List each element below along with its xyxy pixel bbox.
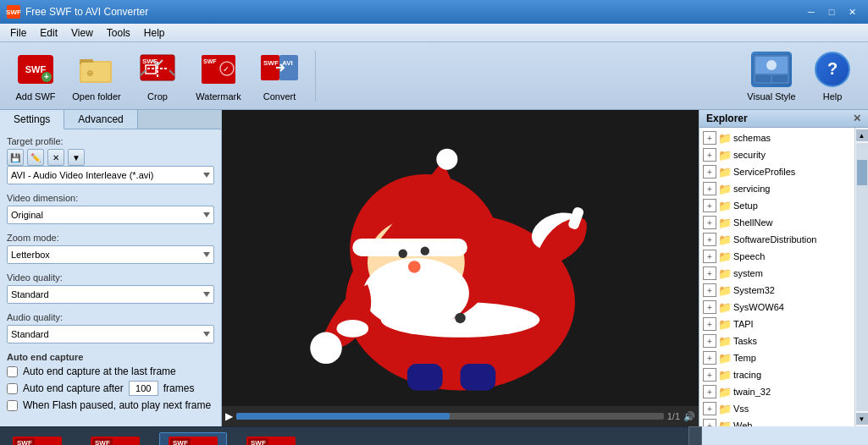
file-item[interactable]: SWF book.swf (3, 433, 71, 446)
flash-paused-checkbox[interactable] (7, 400, 18, 411)
svg-text:✓: ✓ (223, 65, 229, 74)
file-item[interactable]: SWF BackgroundHous... (234, 433, 308, 446)
tree-item[interactable]: + 📁 servicing (699, 180, 854, 197)
tree-item[interactable]: + 📁 Setup (699, 197, 854, 214)
tab-advanced[interactable]: Advanced (64, 110, 137, 129)
tree-item[interactable]: + 📁 Tasks (699, 332, 854, 349)
expand-icon[interactable]: + (703, 300, 716, 314)
explorer-tree: + 📁 schemas + 📁 security + 📁 ServiceProf… (699, 128, 854, 426)
scroll-up-button[interactable]: ▲ (856, 129, 868, 141)
delete-profile-button[interactable]: ✕ (47, 149, 64, 166)
tree-item[interactable]: + 📁 System32 (699, 282, 854, 299)
crop-button[interactable]: SWF Crop (129, 47, 186, 105)
visual-style-button[interactable]: Visual Style (743, 47, 800, 105)
expand-icon[interactable]: + (703, 266, 716, 280)
tree-item[interactable]: + 📁 system (699, 265, 854, 282)
menu-edit[interactable]: Edit (33, 25, 64, 41)
menu-tools[interactable]: Tools (100, 25, 137, 41)
tree-item[interactable]: + 📁 schemas (699, 129, 854, 146)
scroll-down-button[interactable]: ▼ (856, 413, 868, 425)
auto-end-title: Auto end capture (7, 352, 214, 362)
svg-text:AVI: AVI (282, 59, 293, 67)
expand-icon[interactable]: + (703, 148, 716, 162)
watermark-button[interactable]: SWF ✓ Watermark (190, 47, 247, 105)
auto-end-last-frame-checkbox[interactable] (7, 366, 18, 377)
folder-icon: 📁 (718, 386, 732, 398)
explorer-scrollbar[interactable]: ▲ ▼ (854, 128, 868, 426)
maximize-button[interactable]: □ (822, 4, 841, 19)
watermark-label: Watermark (196, 91, 240, 102)
expand-icon[interactable]: + (703, 233, 716, 246)
expand-icon[interactable]: + (703, 368, 716, 382)
audio-quality-select[interactable]: Standard (7, 325, 214, 343)
expand-icon[interactable]: + (703, 317, 716, 331)
scroll-thumb[interactable] (857, 160, 867, 185)
tree-item[interactable]: + 📁 SysWOW64 (699, 299, 854, 316)
folder-label: tracing (733, 370, 761, 380)
target-profile-select[interactable]: AVI - Audio Video Interleave (*.avi) (7, 166, 214, 184)
expand-icon[interactable]: + (703, 131, 716, 145)
tree-item[interactable]: + 📁 Web (699, 417, 854, 426)
expand-icon[interactable]: + (703, 385, 716, 398)
tree-item[interactable]: + 📁 tracing (699, 366, 854, 383)
title-bar: SWF Free SWF to AVI Converter ─ □ ✕ (0, 0, 868, 24)
frames-count-input[interactable] (129, 381, 158, 396)
open-folder-button[interactable]: ⊕ Open folder (68, 47, 125, 105)
video-dimension-select[interactable]: Original (7, 206, 214, 224)
expand-icon[interactable]: + (703, 283, 716, 297)
tree-item[interactable]: + 📁 security (699, 146, 854, 163)
tree-item[interactable]: + 📁 Vss (699, 400, 854, 417)
tree-item[interactable]: + 📁 ServiceProfiles (699, 163, 854, 180)
menu-view[interactable]: View (64, 25, 100, 41)
target-profile-label: Target profile: (7, 136, 214, 146)
close-button[interactable]: ✕ (843, 4, 861, 19)
flash-paused-row: When Flash paused, auto play next frame (7, 399, 214, 411)
expand-icon[interactable]: + (703, 216, 716, 229)
play-button[interactable]: ▶ (225, 410, 233, 422)
expand-icon[interactable]: + (703, 199, 716, 212)
svg-rect-28 (352, 239, 467, 256)
expand-icon[interactable]: + (703, 402, 716, 415)
expand-icon[interactable]: + (703, 334, 716, 348)
svg-point-32 (408, 261, 421, 273)
explorer-title: Explorer (706, 113, 748, 124)
file-item[interactable]: SWF yard.swf (159, 432, 227, 446)
volume-icon[interactable]: 🔊 (683, 411, 695, 422)
dropdown-profile-button[interactable]: ▼ (68, 149, 85, 166)
progress-bar[interactable] (236, 413, 664, 420)
menu-help[interactable]: Help (137, 25, 172, 41)
help-button[interactable]: ? Help (804, 47, 861, 105)
expand-icon[interactable]: + (703, 419, 716, 426)
tab-settings[interactable]: Settings (0, 110, 64, 129)
expand-icon[interactable]: + (703, 165, 716, 179)
strip-scrollbar[interactable]: ▲ (688, 426, 702, 445)
svg-point-29 (436, 149, 457, 170)
crop-label: Crop (147, 91, 168, 102)
explorer-panel: Explorer ✕ + 📁 schemas + 📁 security + 📁 … (699, 110, 868, 426)
swf-badge: SWF (14, 438, 35, 446)
visual-style-icon (751, 51, 792, 88)
tree-item[interactable]: + 📁 Speech (699, 248, 854, 265)
tree-item[interactable]: + 📁 SoftwareDistribution (699, 231, 854, 248)
svg-rect-37 (407, 364, 443, 390)
tree-item[interactable]: + 📁 TAPI (699, 316, 854, 332)
save-profile-button[interactable]: 💾 (7, 149, 24, 166)
zoom-mode-select[interactable]: Letterbox (7, 245, 214, 264)
auto-end-after-checkbox[interactable] (7, 383, 18, 394)
convert-button[interactable]: SWF AVI Convert (251, 47, 308, 105)
minimize-button[interactable]: ─ (802, 4, 821, 19)
explorer-close-button[interactable]: ✕ (853, 113, 861, 124)
video-quality-select[interactable]: Standard (7, 285, 214, 304)
file-item[interactable]: SWF ClearExternalNoV... (78, 433, 152, 446)
folder-icon: 📁 (718, 132, 732, 145)
expand-icon[interactable]: + (703, 351, 716, 365)
target-profile-group: Target profile: 💾 ✏️ ✕ ▼ AVI - Audio Vid… (7, 136, 214, 184)
tree-item[interactable]: + 📁 Temp (699, 349, 854, 366)
expand-icon[interactable]: + (703, 250, 716, 263)
expand-icon[interactable]: + (703, 182, 716, 195)
add-swf-button[interactable]: SWF + Add SWF (7, 47, 64, 105)
tree-item[interactable]: + 📁 ShellNew (699, 214, 854, 231)
tree-item[interactable]: + 📁 twain_32 (699, 383, 854, 400)
menu-file[interactable]: File (3, 25, 33, 41)
edit-profile-button[interactable]: ✏️ (27, 149, 44, 166)
